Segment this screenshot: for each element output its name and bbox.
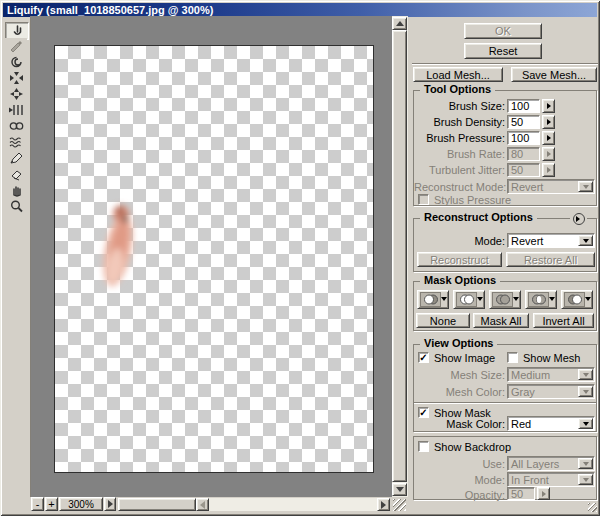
down-arrow-icon [549, 297, 555, 304]
restore-all-button: Restore All [506, 252, 595, 267]
twirl-clockwise-tool-button[interactable] [5, 54, 27, 70]
zoom-out-button[interactable]: - [31, 497, 44, 511]
right-arrow-icon [547, 151, 554, 157]
brush-size-label: Brush Size: [420, 100, 505, 113]
flyout-menu-button[interactable] [570, 212, 587, 225]
brush-density-field[interactable]: 50 [507, 115, 540, 129]
reconstruct-mode-value: Revert [508, 181, 577, 193]
status-bar: - + 300% [30, 497, 408, 512]
dropdown-button [578, 181, 593, 192]
title-bar[interactable]: Liquify (small_1018850657.jpg @ 300%) [3, 3, 597, 17]
mesh-color-select: Gray [507, 384, 595, 399]
turbulence-tool-button[interactable] [5, 134, 27, 150]
scroll-right-button[interactable] [377, 498, 390, 511]
zoom-level-value: 300% [68, 499, 94, 510]
zoom-in-label: + [48, 498, 54, 510]
brush-size-spinner[interactable] [542, 99, 555, 113]
zoom-level-field[interactable]: 300% [59, 497, 103, 511]
freeze-mask-tool-button[interactable] [5, 150, 27, 166]
hand-tool-button[interactable] [5, 182, 27, 198]
scroll-down-button[interactable] [392, 483, 407, 496]
brush-rate-value: 80 [511, 148, 523, 160]
mesh-size-value: Medium [508, 369, 577, 381]
liquify-dialog: Liquify (small_1018850657.jpg @ 300%) [0, 0, 600, 516]
scroll-left-button[interactable] [196, 498, 209, 511]
show-backdrop-checkbox[interactable] [418, 441, 429, 452]
backdrop-opacity-value: 50 [511, 488, 523, 500]
horizontal-scroll-thumb[interactable] [118, 498, 196, 511]
brush-pressure-field[interactable]: 100 [507, 131, 540, 145]
right-arrow-icon [547, 135, 554, 141]
show-mask-checkbox[interactable]: ✓ [418, 407, 429, 418]
mask-subtract-from-selection-button[interactable] [489, 290, 521, 309]
brush-pressure-spinner[interactable] [542, 131, 555, 145]
load-mesh-button[interactable]: Load Mesh... [413, 67, 503, 82]
save-mesh-label: Save Mesh... [522, 69, 586, 81]
zoom-icon [9, 199, 24, 213]
mask-add-to-selection-button[interactable] [453, 290, 485, 309]
left-arrow-icon [196, 501, 205, 509]
restore-all-label: Restore All [524, 254, 577, 266]
brush-rate-label: Brush Rate: [420, 148, 505, 161]
mesh-color-value: Gray [508, 386, 577, 398]
reconstruct-mode2-label: Mode: [444, 235, 505, 248]
reset-button[interactable]: Reset [464, 43, 542, 59]
mask-none-button[interactable]: None [416, 313, 470, 328]
horizontal-scroll-track[interactable] [209, 498, 377, 511]
push-left-tool-button[interactable] [5, 102, 27, 118]
mask-intersect-with-selection-button[interactable] [525, 290, 557, 309]
mesh-size-label: Mesh Size: [420, 369, 505, 382]
thaw-mask-tool-button[interactable] [5, 166, 27, 182]
bloat-tool-button[interactable] [5, 86, 27, 102]
view-options-group: View Options ✓ Show Image Show Mesh Mesh… [413, 344, 597, 432]
brush-density-value: 50 [511, 116, 523, 128]
dropdown-button [578, 369, 593, 380]
none-label: None [430, 315, 456, 327]
view-options-separator [414, 402, 596, 404]
zoom-tool-button[interactable] [5, 198, 27, 214]
show-mesh-checkbox[interactable] [507, 352, 518, 363]
backdrop-opacity-label: Opacity: [420, 489, 505, 502]
zoom-in-button[interactable]: + [45, 497, 58, 511]
turbulence-icon [9, 135, 24, 149]
dialog-resize-grip[interactable] [588, 503, 597, 512]
intersect-with-selection-icon [528, 292, 549, 307]
add-to-selection-icon [456, 292, 477, 307]
brush-size-field[interactable]: 100 [507, 99, 540, 113]
down-arrow-icon [583, 239, 589, 246]
brush-density-spinner[interactable] [542, 115, 555, 129]
vertical-scroll-thumb[interactable] [392, 30, 407, 482]
preview-canvas[interactable] [30, 16, 392, 497]
tool-options-title: Tool Options [420, 83, 495, 95]
pucker-tool-button[interactable] [5, 70, 27, 86]
vertical-scrollbar[interactable] [392, 16, 408, 497]
mirror-tool-button[interactable] [5, 118, 27, 134]
scroll-up-button[interactable] [392, 17, 407, 30]
reconstruct-mode-select: Revert [507, 179, 595, 194]
mask-invert-selection-button[interactable] [561, 290, 593, 309]
mask-replace-selection-button[interactable] [417, 290, 449, 309]
dropdown-button[interactable] [578, 235, 593, 246]
brush-rate-spinner [542, 147, 555, 161]
save-mesh-button[interactable]: Save Mesh... [511, 67, 597, 82]
brush-pressure-label: Brush Pressure: [420, 132, 505, 145]
preview-resize-grip[interactable] [393, 499, 406, 511]
mask-color-select[interactable]: Red [507, 416, 595, 431]
mask-all-button[interactable]: Mask All [473, 313, 529, 328]
show-image-checkbox[interactable]: ✓ [418, 352, 429, 363]
zoom-out-label: - [36, 498, 40, 510]
invert-all-button[interactable]: Invert All [533, 313, 594, 328]
zoom-menu-button[interactable] [104, 497, 116, 511]
mask-color-label: Mask Color: [420, 418, 505, 431]
image-area[interactable] [54, 45, 374, 473]
hand-icon [9, 183, 24, 197]
load-mesh-label: Load Mesh... [426, 69, 490, 81]
reconstruct-mode2-select[interactable]: Revert [507, 233, 595, 248]
mask-all-label: Mask All [481, 315, 522, 327]
brush-rate-field: 80 [507, 147, 540, 161]
down-arrow-icon [583, 462, 589, 469]
dropdown-button[interactable] [578, 418, 593, 429]
reconstruct-mode2-value: Revert [508, 235, 577, 247]
ok-label: OK [495, 25, 511, 37]
subtract-from-selection-icon [492, 292, 513, 307]
